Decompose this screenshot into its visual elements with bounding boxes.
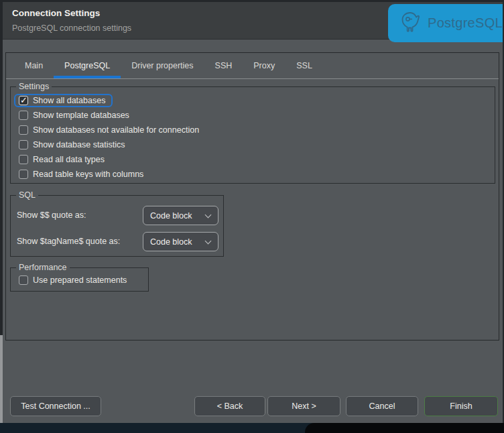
sql-row: Show $$ quote as: Code block [11,205,223,226]
checkbox-show-database-statistics[interactable]: Show database statistics [19,137,495,152]
performance-group: Performance Use prepared statements [10,267,149,292]
checkbox-show-databases-not-available[interactable]: Show databases not available for connect… [19,123,495,137]
background-window-strip [0,423,504,433]
test-connection-button[interactable]: Test Connection ... [10,396,101,416]
tab-proxy[interactable]: Proxy [243,53,286,78]
checkbox-read-all-data-types[interactable]: Read all data types [19,152,495,167]
tagname-quote-select[interactable]: Code block [143,232,218,251]
checkbox-unchecked-icon[interactable] [19,125,28,135]
finish-button[interactable]: Finish [424,396,498,416]
checkbox-show-template-databases[interactable]: Show template databases [19,108,495,123]
tab-folder: Main PostgreSQL Driver properties SSH Pr… [5,52,499,341]
checkbox-label: Use prepared statements [33,275,127,285]
page-title: Connection Settings [12,8,100,18]
postgresql-elephant-icon [399,11,422,36]
postgresql-logo: PostgreSQL [388,4,503,42]
checkbox-checked-icon[interactable] [19,96,28,105]
checkbox-label: Read table keys with columns [33,170,143,179]
checkbox-use-prepared-statements[interactable]: Use prepared statements [19,273,148,288]
tab-ssl[interactable]: SSL [286,53,323,78]
dollar-quote-select[interactable]: Code block [143,206,218,225]
next-button[interactable]: Next > [267,396,340,416]
background-window-corner [305,423,504,433]
checkbox-label: Show databases not available for connect… [33,125,199,135]
checkbox-label: Show all databases [33,96,105,105]
checkbox-unchecked-icon[interactable] [19,111,28,120]
performance-group-label: Performance [16,262,70,273]
logo-text: PostgreSQL [428,15,503,31]
cancel-button[interactable]: Cancel [346,396,418,416]
focus-ring: Show all databases [14,94,113,107]
sql-group: SQL Show $$ quote as: Code block Show $t… [10,195,224,257]
tab-main[interactable]: Main [14,53,54,78]
tab-ssh[interactable]: SSH [204,53,243,78]
chevron-down-icon [206,212,211,218]
checkbox-label: Show template databases [33,111,129,120]
connection-settings-dialog: Connection Settings PostgreSQL connectio… [3,2,503,423]
chevron-down-icon [206,239,211,244]
checkbox-unchecked-icon[interactable] [19,155,28,164]
select-value: Code block [150,211,192,221]
page-subtitle: PostgreSQL connection settings [12,23,131,33]
dialog-header: Connection Settings PostgreSQL connectio… [3,2,503,40]
tagname-quote-label: Show $tagName$ quote as: [17,231,120,251]
dollar-quote-label: Show $$ quote as: [17,205,86,225]
checkbox-label: Read all data types [33,155,105,164]
select-value: Code block [150,237,192,247]
back-button[interactable]: < Back [194,396,265,416]
checkbox-unchecked-icon[interactable] [19,275,28,285]
checkbox-label: Show database statistics [33,140,125,149]
settings-checkbox-list: Show all databases Show template databas… [11,87,495,182]
checkbox-unchecked-icon[interactable] [19,170,28,179]
checkbox-unchecked-icon[interactable] [19,140,28,149]
tab-bar: Main PostgreSQL Driver properties SSH Pr… [6,53,499,79]
checkbox-show-all-databases[interactable]: Show all databases [19,93,495,108]
tab-driver-properties[interactable]: Driver properties [121,53,204,78]
sql-row: Show $tagName$ quote as: Code block [11,231,223,252]
sql-group-label: SQL [16,190,38,201]
settings-group-label: Settings [16,81,52,92]
tab-postgresql[interactable]: PostgreSQL [54,53,121,78]
settings-group: Settings Show all databases Show templat… [10,86,495,184]
checkbox-read-table-keys[interactable]: Read table keys with columns [19,167,495,182]
